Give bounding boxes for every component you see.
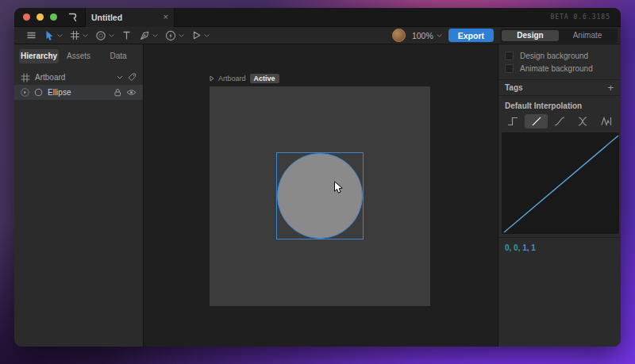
interpolation-values[interactable]: 0, 0, 1, 1 [498,238,621,258]
hierarchy-item-label: Ellipse [48,88,71,97]
interpolation-curve-editor[interactable] [502,132,619,234]
chevron-down-icon[interactable] [204,34,210,37]
tags-section-header: Tags + [498,80,621,95]
toolbar-right-group: 100% Export Design Animate [392,29,618,43]
export-button[interactable]: Export [448,29,494,42]
frame-icon [70,30,80,40]
lock-icon[interactable] [114,88,121,97]
interp-cubic-symmetric-button[interactable] [572,114,594,128]
background-options: Design background Animate background [498,44,621,79]
beta-version-label: BETA 0.6.3185 [550,13,621,21]
design-background-label: Design background [520,52,588,60]
chevron-down-icon[interactable] [152,34,158,37]
play-icon [210,75,214,82]
select-tool[interactable] [44,30,63,41]
add-tag-button[interactable]: + [607,82,614,93]
app-window: Untitled × BETA 0.6.3185 [14,8,621,347]
window-close-button[interactable] [23,13,30,21]
toolbar: 100% Export Design Animate [14,27,621,44]
mouse-cursor-icon [333,181,344,194]
chevron-down-icon[interactable] [117,75,123,79]
cursor-arrow-icon [44,30,55,41]
artboard-tool[interactable] [70,30,88,40]
interp-cubic-button[interactable] [548,114,571,128]
document-tab[interactable]: Untitled × [85,8,175,27]
interpolation-mode-buttons [502,114,618,128]
selection-bounding-box[interactable] [276,152,364,239]
right-panel: Design background Animate background Tag… [498,44,621,347]
bolt-icon [165,30,176,41]
animate-background-option[interactable]: Animate background [498,62,621,75]
window-fullscreen-button[interactable] [50,13,57,21]
hamburger-icon [26,30,37,40]
circle-shape-icon [95,30,106,41]
chevron-down-icon[interactable] [57,34,63,37]
curve-out-values: 1, 1 [522,243,536,252]
chevron-down-icon[interactable] [83,34,88,37]
active-badge: Active [250,74,279,83]
interp-elastic-button[interactable] [595,114,618,128]
window-minimize-button[interactable] [37,13,44,21]
eye-icon[interactable] [126,89,137,96]
tab-data[interactable]: Data [98,49,138,63]
rive-logo-icon [67,13,77,22]
disclosure-icon[interactable] [21,88,29,97]
zoom-dropdown[interactable]: 100% [412,31,442,40]
pen-tool[interactable] [139,30,158,41]
play-icon [191,30,202,40]
animate-background-label: Animate background [520,64,593,73]
text-tool[interactable] [121,30,132,40]
play-tool[interactable] [191,30,210,40]
curve-in-values: 0, 0, [505,243,520,252]
text-icon [121,30,132,40]
ellipse-icon [34,88,43,97]
crossing-curves-icon [577,117,588,126]
traffic-lights [14,13,57,21]
hold-curve-icon [507,117,518,126]
tag-icon[interactable] [128,73,137,82]
tags-title: Tags [505,83,523,92]
artboard-caption-label: Artboard [218,75,246,82]
desktop-background: Untitled × BETA 0.6.3185 [0,0,635,364]
linear-curve-icon [531,117,542,126]
sidebar-tabs: Hierarchy Assets Data [19,49,138,63]
chevron-down-icon[interactable] [109,34,114,37]
hierarchy-item-label: Artboard [35,73,65,82]
design-mode-button[interactable]: Design [502,30,559,41]
pen-icon [139,30,150,41]
mode-switcher: Design Animate [500,29,618,43]
design-background-option[interactable]: Design background [498,49,621,62]
shapes-tool[interactable] [95,30,114,41]
linear-curve-plot [502,132,620,234]
canvas-viewport[interactable]: Artboard Active [144,44,498,347]
tab-close-icon[interactable]: × [164,13,168,21]
artboard-caption[interactable]: Artboard Active [210,74,279,83]
tab-assets[interactable]: Assets [59,49,98,63]
hierarchy-row-artboard[interactable]: Artboard [14,70,143,85]
interpolation-title: Default Interpolation [498,96,621,110]
interp-linear-button[interactable] [525,114,547,128]
hierarchy-row-ellipse[interactable]: Ellipse [14,85,143,100]
user-avatar[interactable] [392,29,406,42]
cubic-curve-icon [554,117,565,126]
tab-title: Untitled [91,13,164,22]
chevron-down-icon[interactable] [179,34,184,37]
chevron-down-icon [437,34,442,37]
menu-button[interactable] [26,30,37,40]
titlebar: Untitled × BETA 0.6.3185 [14,8,621,27]
design-background-checkbox[interactable] [505,52,514,60]
elastic-curve-icon [601,117,612,126]
animate-background-checkbox[interactable] [505,64,514,73]
bolt-tool[interactable] [165,30,184,41]
main-area: Hierarchy Assets Data Artboard Ellipse [14,44,621,347]
tab-hierarchy[interactable]: Hierarchy [19,49,59,63]
left-sidebar: Hierarchy Assets Data Artboard Ellipse [14,44,144,347]
frame-icon [21,73,30,82]
zoom-level-label: 100% [412,31,433,40]
interp-hold-button[interactable] [502,114,524,128]
animate-mode-button[interactable]: Animate [559,30,616,41]
